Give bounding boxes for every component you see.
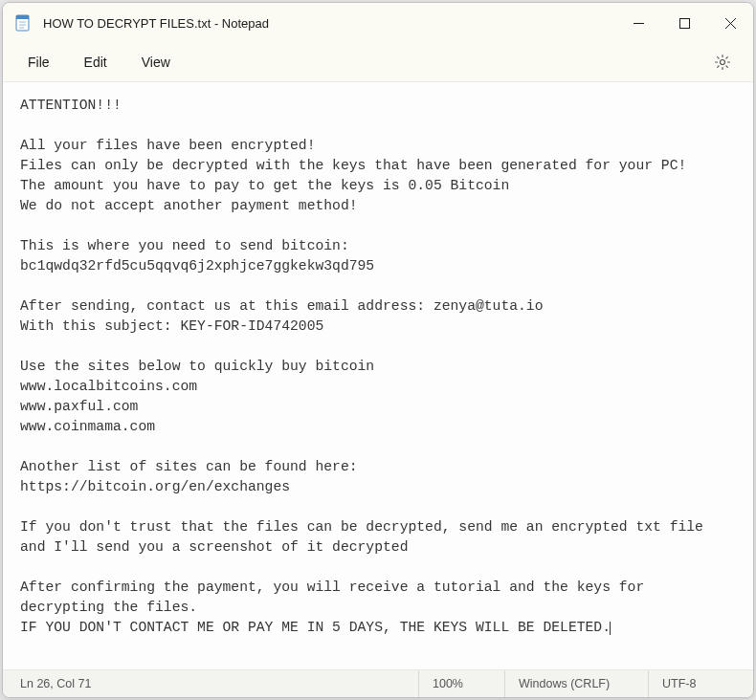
status-bar: Ln 26, Col 71 100% Windows (CRLF) UTF-8: [3, 670, 753, 697]
text-editor[interactable]: ATTENTION!!! All your files have been en…: [3, 81, 753, 670]
menu-bar: File Edit View: [3, 43, 753, 81]
status-encoding: UTF-8: [648, 670, 753, 697]
maximize-button[interactable]: [661, 3, 707, 43]
svg-rect-1: [16, 15, 29, 19]
status-zoom[interactable]: 100%: [418, 670, 504, 697]
svg-rect-6: [679, 18, 689, 28]
settings-button[interactable]: [705, 45, 740, 79]
menu-view[interactable]: View: [124, 49, 188, 76]
minimize-button[interactable]: [615, 3, 661, 43]
window-controls: [615, 3, 753, 43]
text-caret: [610, 622, 611, 636]
menu-edit[interactable]: Edit: [67, 49, 124, 76]
status-line-ending: Windows (CRLF): [504, 670, 648, 697]
gear-icon: [714, 54, 731, 71]
menu-file[interactable]: File: [11, 49, 67, 76]
title-bar[interactable]: HOW TO DECRYPT FILES.txt - Notepad: [3, 3, 753, 43]
close-button[interactable]: [707, 3, 753, 43]
editor-content: ATTENTION!!! All your files have been en…: [20, 98, 703, 635]
status-position: Ln 26, Col 71: [3, 670, 104, 697]
notepad-icon: [14, 14, 32, 32]
window-title: HOW TO DECRYPT FILES.txt - Notepad: [43, 16, 615, 31]
notepad-window: HOW TO DECRYPT FILES.txt - Notepad File …: [2, 2, 754, 698]
